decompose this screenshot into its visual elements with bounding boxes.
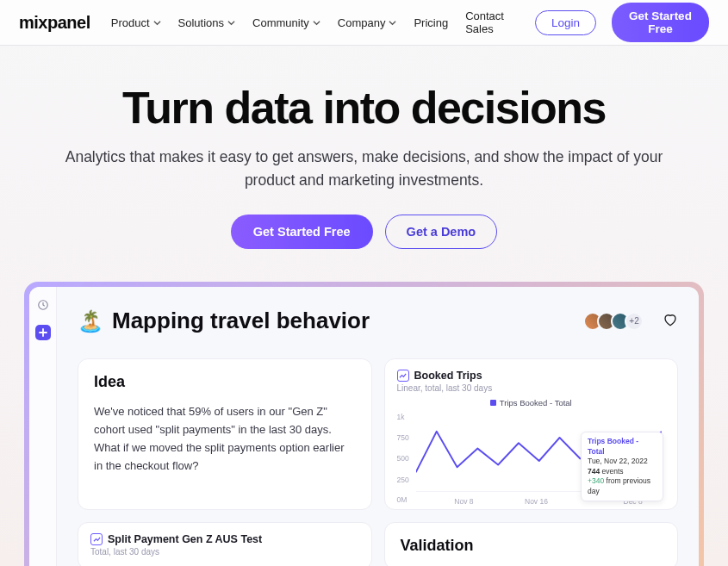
nav-community[interactable]: Community [252, 16, 320, 29]
nav-label: Pricing [414, 16, 448, 29]
board-title: 🏝️ Mapping travel behavior [78, 308, 573, 334]
trend-icon [397, 370, 409, 382]
card-validation: Validation [384, 522, 679, 566]
nav-label: Company [338, 16, 386, 29]
y-tick: 500 [397, 454, 409, 463]
logo[interactable]: mixpanel [19, 13, 90, 33]
tooltip-series: Trips Booked - Total [588, 437, 656, 457]
split-title: Split Payment Gen Z AUS Test [108, 533, 262, 545]
dashboard-frame: 🏝️ Mapping travel behavior +2 Idea We [24, 282, 704, 566]
avatar-overflow[interactable]: +2 [625, 312, 644, 331]
legend-label: Trips Booked - Total [500, 398, 572, 407]
chart-subtitle: Linear, total, last 30 days [397, 383, 666, 393]
get-demo-button[interactable]: Get a Demo [385, 215, 498, 249]
chart-tooltip: Trips Booked - Total Tue, Nov 22, 2022 7… [581, 432, 663, 501]
nav-label: Community [252, 16, 309, 29]
chart-title: Booked Trips [414, 370, 482, 382]
tooltip-value: 744 [588, 467, 600, 476]
nav-solutions[interactable]: Solutions [178, 16, 235, 29]
idea-heading: Idea [94, 373, 356, 391]
x-tick: Nov 8 [454, 497, 473, 506]
y-tick: 750 [397, 433, 409, 442]
trend-icon [90, 533, 103, 545]
palm-emoji-icon: 🏝️ [78, 309, 103, 333]
login-button[interactable]: Login [535, 10, 596, 35]
chart-legend: Trips Booked - Total [397, 398, 666, 407]
board-title-text: Mapping travel behavior [112, 308, 370, 334]
x-tick: Nov 16 [525, 497, 548, 506]
tooltip-delta: +340 [588, 476, 604, 485]
hero: Turn data into decisions Analytics that … [0, 46, 728, 271]
chevron-down-icon [153, 19, 161, 27]
legend-swatch-icon [490, 400, 496, 406]
y-tick: 250 [397, 476, 409, 484]
y-tick: 1k [397, 413, 405, 421]
chart-body: 1k 750 500 250 0M Nov 8 Nov 16 Dec 8 [397, 409, 666, 504]
nav-company[interactable]: Company [338, 16, 397, 29]
nav-label: Contact Sales [465, 9, 504, 35]
nav-contact-sales[interactable]: Contact Sales [465, 9, 504, 35]
nav-label: Product [111, 16, 150, 29]
clock-icon[interactable] [35, 297, 51, 313]
hero-title: Turn data into decisions [34, 82, 694, 134]
card-booked-trips: Booked Trips Linear, total, last 30 days… [384, 358, 679, 510]
validation-heading: Validation [401, 537, 663, 555]
chevron-down-icon [389, 19, 396, 27]
primary-nav: Product Solutions Community Company Pric… [111, 9, 504, 35]
add-button[interactable] [35, 325, 51, 340]
y-tick: 0M [397, 495, 408, 504]
favorite-icon[interactable] [663, 312, 678, 331]
get-started-hero-button[interactable]: Get Started Free [231, 215, 373, 249]
left-rail [29, 287, 57, 566]
get-started-header-button[interactable]: Get Started Free [612, 3, 709, 42]
idea-body: We've noticed that 59% of users in our "… [94, 403, 356, 475]
tooltip-value-suffix: events [602, 467, 624, 476]
card-idea: Idea We've noticed that 59% of users in … [78, 358, 372, 510]
tooltip-date: Tue, Nov 22, 2022 [588, 457, 656, 466]
card-split-payment: Split Payment Gen Z AUS Test Total, last… [78, 522, 372, 566]
nav-label: Solutions [178, 16, 224, 29]
split-subtitle: Total, last 30 days [90, 547, 359, 557]
collaborator-avatars[interactable]: +2 [583, 312, 644, 331]
nav-pricing[interactable]: Pricing [414, 16, 448, 29]
chevron-down-icon [227, 19, 235, 27]
hero-subtitle: Analytics that makes it easy to get answ… [63, 146, 666, 192]
dashboard-main: 🏝️ Mapping travel behavior +2 Idea We [57, 287, 699, 566]
chevron-down-icon [313, 19, 320, 27]
nav-product[interactable]: Product [111, 16, 161, 29]
site-header: mixpanel Product Solutions Community Com… [0, 0, 728, 46]
